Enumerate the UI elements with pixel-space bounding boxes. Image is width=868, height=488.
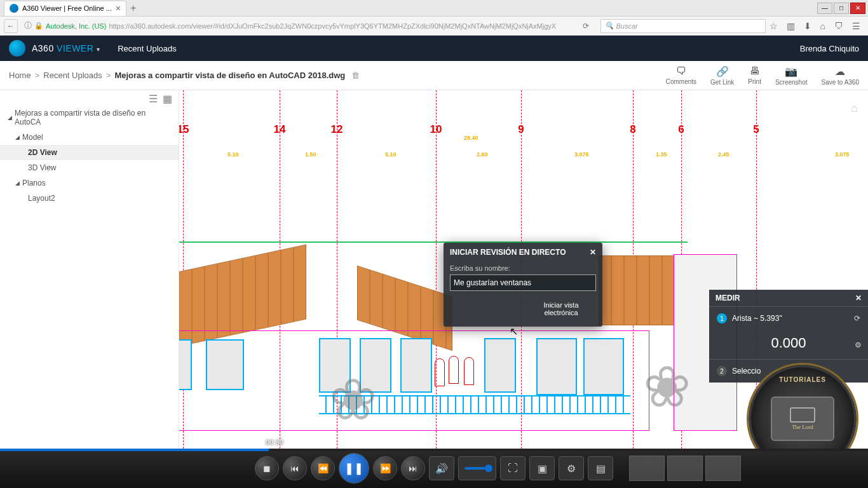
volume-slider[interactable] [458, 456, 496, 480]
brand-b: VIEWER [57, 43, 93, 53]
url-field[interactable]: ⓘ 🔒 Autodesk, Inc. (US) https://a360.aut… [22, 20, 575, 31]
prev-button[interactable]: ⏮ [283, 456, 307, 480]
menu-icon[interactable]: ☰ [852, 21, 860, 31]
action-comments[interactable]: 🗨Comments [666, 65, 696, 86]
list-view-icon[interactable]: ☰ [149, 93, 158, 103]
shield-icon[interactable]: ⛉ [834, 21, 843, 31]
settings-button[interactable]: ⚙ [559, 456, 584, 480]
figure-person [435, 358, 445, 386]
progress-fill [0, 449, 269, 451]
reload-button[interactable]: ⟳ [583, 22, 589, 30]
label: Print [748, 78, 761, 85]
live-review-dialog: INICIAR REVISIÓN EN DIRECTO ✕ Escriba su… [444, 243, 602, 327]
app-title[interactable]: A360 VIEWER ▾ [32, 43, 100, 53]
main: ☰ ▦ ◢Mejoras a compartir vista de diseño… [0, 90, 868, 449]
nav-recent-uploads[interactable]: Recent Uploads [118, 44, 177, 53]
figure-person [449, 356, 459, 384]
tree-label: Layout2 [28, 194, 55, 203]
grid-9: 9 [518, 123, 524, 136]
gear-icon[interactable]: ⚙ [855, 341, 862, 349]
stop-button[interactable]: ◼ [255, 456, 279, 480]
tab-title: A360 Viewer | Free Online ... [22, 4, 112, 12]
autodesk-logo-icon[interactable] [9, 40, 25, 57]
roof-right [599, 255, 681, 325]
downloads-icon[interactable]: ⬇ [804, 21, 811, 31]
back-button[interactable]: ← [4, 19, 18, 33]
minimize-button[interactable]: — [817, 3, 832, 14]
label: Get Link [710, 79, 734, 86]
home-view-icon[interactable]: ⌂ [851, 102, 858, 115]
chevron-down-icon[interactable]: ▾ [97, 46, 100, 53]
tree-3d-view[interactable]: 3D View [0, 160, 179, 175]
label: Save to A360 [822, 79, 860, 86]
refresh-icon[interactable]: ⟳ [854, 314, 860, 323]
window-titlebar: A360 Viewer | Free Online ... × + — □ ✕ [0, 0, 868, 17]
grid-view-icon[interactable]: ▦ [163, 93, 172, 103]
home-icon[interactable]: ⌂ [820, 21, 825, 31]
action-screenshot[interactable]: 📷Screenshot [775, 65, 808, 86]
favicon [10, 4, 18, 13]
new-tab-button[interactable]: + [130, 3, 136, 14]
caret-icon: ◢ [15, 180, 20, 186]
fullscreen-button[interactable]: ⛶ [500, 456, 526, 480]
window [536, 338, 577, 395]
name-input[interactable] [450, 274, 596, 291]
view-mode-button[interactable]: ▣ [529, 456, 555, 480]
print-icon: 🖶 [750, 65, 760, 77]
measure-step-1[interactable]: 1 Arista ~ 5.393" ⟳ [709, 306, 868, 330]
video-player-bar: 00:30 ◼ ⏮ ⏪ ❚❚ ⏩ ⏭ 🔊 ⛶ ▣ ⚙ ▤ [0, 449, 868, 488]
bookmark-icon[interactable]: ☆ [770, 21, 778, 31]
step-badge: 2 [717, 366, 727, 376]
pause-button[interactable]: ❚❚ [339, 453, 369, 484]
tree-label: 2D View [28, 148, 57, 157]
dim: 5.10 [227, 151, 239, 158]
forward-button[interactable]: ⏩ [373, 456, 397, 480]
badge-top: TUTORIALES [779, 376, 826, 383]
tree-planos[interactable]: ◢Planos [0, 175, 179, 191]
thumbnail[interactable] [667, 456, 703, 481]
tree-root[interactable]: ◢Mejoras a compartir vista de diseño en … [0, 105, 179, 130]
grid-10: 10 [430, 123, 442, 136]
delete-icon[interactable]: 🗑 [351, 71, 360, 80]
url-text: https://a360.autodesk.com/viewer/#id/dXJ… [109, 22, 556, 30]
tree-model[interactable]: ◢Model [0, 130, 179, 145]
cloud-icon: ☁ [835, 65, 845, 78]
search-box[interactable]: 🔍 Buscar [600, 19, 766, 33]
maximize-button[interactable]: □ [834, 3, 849, 14]
measure-text: Seleccio [732, 367, 761, 376]
measure-close-icon[interactable]: ✕ [855, 294, 862, 302]
roofline [605, 241, 688, 243]
crumb-home[interactable]: Home [9, 71, 31, 80]
start-review-button[interactable]: Iniciar vista electrónica [526, 297, 596, 320]
tree-layout2[interactable]: Layout2 [0, 191, 179, 206]
info-icon[interactable]: ⓘ [24, 20, 32, 31]
close-button[interactable]: ✕ [850, 3, 865, 14]
thumbnail[interactable] [629, 456, 665, 481]
crumb-sep: > [35, 71, 40, 80]
comments-icon: 🗨 [676, 65, 686, 77]
close-tab-icon[interactable]: × [116, 3, 121, 13]
user-name[interactable]: Brenda Chiquito [800, 44, 859, 53]
tree-2d-view[interactable]: 2D View [0, 145, 179, 160]
search-placeholder: Buscar [616, 22, 638, 30]
action-save[interactable]: ☁Save to A360 [822, 65, 860, 86]
grid-14: 14 [274, 123, 286, 136]
label: Screenshot [775, 79, 808, 86]
browser-tab[interactable]: A360 Viewer | Free Online ... × [4, 1, 126, 16]
playlist-button[interactable]: ▤ [588, 456, 613, 480]
search-icon: 🔍 [605, 22, 614, 30]
progress-track[interactable] [0, 449, 868, 451]
window [400, 338, 432, 393]
pocket-icon[interactable]: ▥ [787, 21, 795, 31]
window [583, 338, 624, 395]
crumb-recent[interactable]: Recent Uploads [43, 71, 102, 80]
dim: 2.45 [718, 151, 729, 158]
next-button[interactable]: ⏭ [401, 456, 425, 480]
model-tree: ◢Mejoras a compartir vista de diseño en … [0, 105, 179, 206]
action-print[interactable]: 🖶Print [748, 65, 761, 86]
action-getlink[interactable]: 🔗Get Link [710, 65, 734, 86]
volume-button[interactable]: 🔊 [429, 456, 454, 480]
dialog-close-icon[interactable]: ✕ [590, 248, 596, 257]
rewind-button[interactable]: ⏪ [311, 456, 335, 480]
thumbnail[interactable] [705, 456, 741, 481]
